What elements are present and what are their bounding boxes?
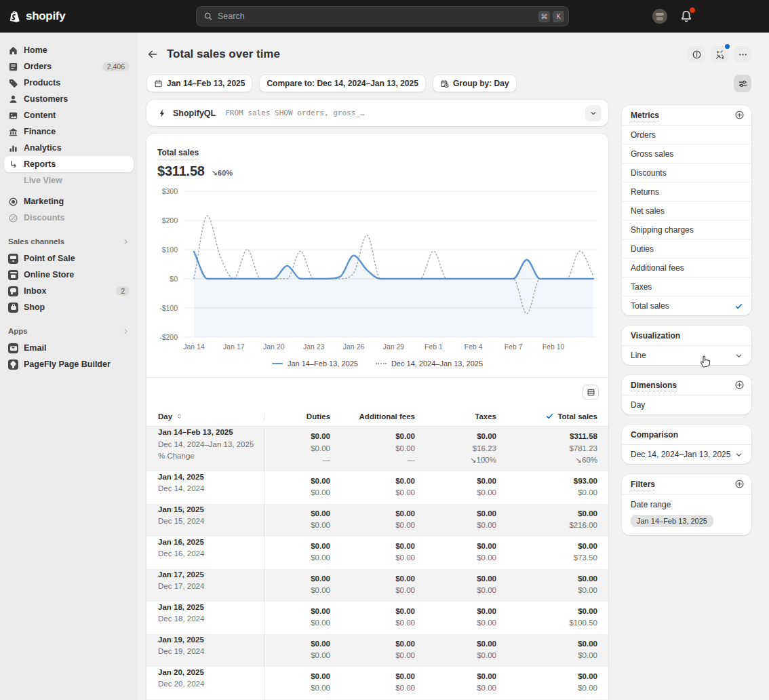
cell-total_sales: $0.00$73.50 xyxy=(507,537,608,569)
sidebar-item-label: Online Store xyxy=(24,270,130,279)
metric-option-total-sales[interactable]: Total sales xyxy=(622,296,751,315)
svg-text:Feb 1: Feb 1 xyxy=(425,343,443,351)
section-title: Apps xyxy=(8,327,122,335)
comparison-card: Comparison Dec 14, 2024–Jan 13, 2025 xyxy=(622,425,751,464)
sidebar-item-customers[interactable]: Customers xyxy=(4,91,134,107)
add-dimension-button[interactable] xyxy=(734,380,745,390)
cell-value: Jan 15, 2025 xyxy=(158,504,257,516)
cell-value: $0.00 xyxy=(437,682,496,695)
discounts-icon xyxy=(8,213,18,223)
sidebar-item-analytics[interactable]: Analytics xyxy=(4,140,134,156)
notifications-bell-icon[interactable] xyxy=(679,9,693,23)
assistant-notification-dot xyxy=(725,44,730,49)
summary-value: $0.00 xyxy=(275,431,330,443)
sidebar-section-sales-channels[interactable]: Sales channels xyxy=(4,233,134,250)
table-row[interactable]: Jan 18, 2025Dec 18, 2024$0.00$0.00$0.00$… xyxy=(146,602,608,634)
chevron-right-icon xyxy=(122,328,130,335)
metric-option-duties[interactable]: Duties xyxy=(622,239,751,258)
table-row[interactable]: Jan 20, 2025Dec 20, 2024$0.00$0.00$0.00$… xyxy=(146,667,608,699)
sidebar-item-live-view[interactable]: Live View xyxy=(4,172,134,189)
sidebar-item-home[interactable]: Home xyxy=(4,42,134,58)
table-row[interactable]: Jan 17, 2025Dec 17, 2024$0.00$0.00$0.00$… xyxy=(146,569,608,602)
group-by-chip[interactable]: Group by: Day xyxy=(433,75,517,92)
cell-value: $0.00 xyxy=(518,650,597,662)
sidebar-item-email[interactable]: Email xyxy=(4,340,134,356)
sidebar-item-shop[interactable]: Shop xyxy=(4,299,134,315)
metric-option-taxes[interactable]: Taxes xyxy=(622,277,751,296)
summary-value: $311.58 xyxy=(518,431,597,443)
sidebar-item-finance[interactable]: Finance xyxy=(4,123,134,140)
visualization-select[interactable]: Line xyxy=(622,346,751,365)
sidebar-item-point-of-sale[interactable]: Point of Sale xyxy=(4,250,134,267)
table-row[interactable]: Jan 14, 2025Dec 14, 2024$0.00$0.00$0.00$… xyxy=(146,471,608,504)
dimension-item-day[interactable]: Day xyxy=(622,395,751,414)
cell-value: $0.00 xyxy=(275,671,330,683)
cell-value: Jan 17, 2025 xyxy=(158,569,257,581)
sidebar-item-products[interactable]: Products xyxy=(4,75,134,91)
column-header-label: Taxes xyxy=(475,412,496,421)
add-metric-button[interactable] xyxy=(734,110,745,120)
metric-option-label: Orders xyxy=(631,130,743,140)
svg-text:Jan 26: Jan 26 xyxy=(343,343,365,351)
sidebar-item-reports[interactable]: Reports xyxy=(4,156,134,172)
metric-option-orders[interactable]: Orders xyxy=(622,125,751,144)
main-content: Total sales over time Jan 14–Feb 13, 202… xyxy=(138,33,769,700)
metric-option-label: Additional fees xyxy=(631,263,743,273)
metric-option-gross-sales[interactable]: Gross sales xyxy=(622,144,751,163)
sidebar-item-orders[interactable]: Orders2,406 xyxy=(4,58,134,75)
comparison-select[interactable]: Dec 14, 2024–Jan 13, 2025 xyxy=(622,445,751,464)
sidebar-item-inbox[interactable]: Inbox2 xyxy=(4,283,134,299)
report-info-button[interactable] xyxy=(688,46,705,62)
store-avatar[interactable] xyxy=(652,9,667,24)
visualization-card: Visualization Line xyxy=(622,326,751,365)
column-header-day[interactable]: Day xyxy=(146,412,264,421)
cell-value: $0.00 xyxy=(437,475,496,488)
sidebar-item-marketing[interactable]: Marketing xyxy=(4,193,134,210)
metric-option-returns[interactable]: Returns xyxy=(622,182,751,201)
compare-to-chip[interactable]: Compare to: Dec 14, 2024–Jan 13, 2025 xyxy=(259,75,425,92)
panel-toggle-button[interactable] xyxy=(734,75,751,92)
shopify-logo[interactable]: shopify xyxy=(7,9,65,24)
svg-text:Feb 7: Feb 7 xyxy=(505,343,523,351)
summary-value: — xyxy=(275,454,330,467)
sidebar-item-pagefly-page-builder[interactable]: PageFly Page Builder xyxy=(4,356,134,372)
global-search[interactable]: Search ⌘ K xyxy=(196,6,569,26)
add-filter-button[interactable] xyxy=(734,479,745,489)
subitem-arrow-icon xyxy=(8,159,18,170)
sidebar-item-online-store[interactable]: Online Store xyxy=(4,267,134,283)
table-view-button[interactable] xyxy=(583,385,599,400)
orders-icon xyxy=(8,62,18,72)
lightning-icon xyxy=(157,109,167,118)
dimension-value: Day xyxy=(631,400,743,410)
shopifyql-bar[interactable]: ShopifyQL FROM sales SHOW orders, gross_… xyxy=(146,100,608,126)
filter-date-range-chip[interactable]: Jan 14–Feb 13, 2025 xyxy=(631,515,713,527)
sidebar-item-label: Analytics xyxy=(24,143,130,153)
report-assistant-button[interactable] xyxy=(711,46,728,62)
cell-value: Dec 20, 2024 xyxy=(158,678,257,691)
sidebar-item-discounts[interactable]: Discounts xyxy=(4,210,134,226)
metric-option-additional-fees[interactable]: Additional fees xyxy=(622,258,751,277)
metric-option-shipping-charges[interactable]: Shipping charges xyxy=(622,220,751,239)
search-icon xyxy=(203,12,213,21)
command-key: ⌘ xyxy=(538,11,550,22)
table-row[interactable]: Jan 19, 2025Dec 19, 2024$0.00$0.00$0.00$… xyxy=(146,634,608,667)
date-range-chip[interactable]: Jan 14–Feb 13, 2025 xyxy=(146,75,252,92)
sidebar-item-label: Inbox xyxy=(24,286,116,296)
shopifyql-expand-button[interactable] xyxy=(585,105,602,121)
svg-text:Jan 17: Jan 17 xyxy=(223,343,245,351)
table-row[interactable]: Jan 16, 2025Dec 16, 2024$0.00$0.00$0.00$… xyxy=(146,537,608,569)
back-arrow-icon[interactable] xyxy=(146,48,159,60)
filters-title: Filters xyxy=(631,480,734,489)
metric-option-label: Total sales xyxy=(631,301,734,311)
cell-value: $0.00 xyxy=(275,617,330,629)
table-row[interactable]: Jan 15, 2025Dec 15, 2024$0.00$0.00$0.00$… xyxy=(146,504,608,537)
metric-option-discounts[interactable]: Discounts xyxy=(622,163,751,182)
metric-option-net-sales[interactable]: Net sales xyxy=(622,201,751,220)
sidebar-item-label: Discounts xyxy=(24,213,130,222)
sidebar-item-content[interactable]: Content xyxy=(4,107,134,123)
shopify-bag-icon xyxy=(7,9,22,24)
calendar-clock-icon xyxy=(440,79,449,88)
more-actions-button[interactable] xyxy=(734,46,751,62)
sidebar-section-apps[interactable]: Apps xyxy=(4,322,134,340)
legend-label: Jan 14–Feb 13, 2025 xyxy=(288,359,358,368)
